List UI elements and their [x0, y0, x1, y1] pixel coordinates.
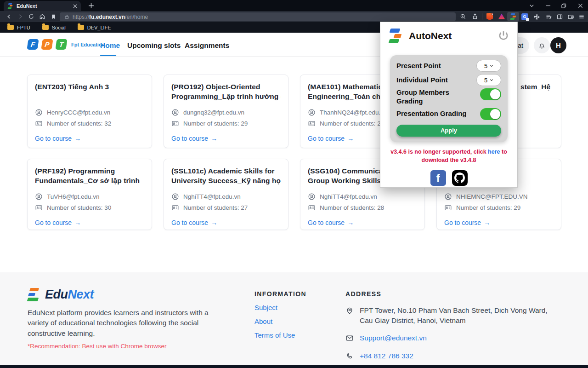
- footer-address-row: FPT Tower, No.10 Pham Van Bach Street, D…: [345, 305, 566, 326]
- brave-rewards-icon[interactable]: [497, 12, 506, 21]
- edunext-logo-icon: [28, 288, 41, 302]
- bookmark-sidebar-button[interactable]: [49, 12, 58, 21]
- tab-strip: EduNext: [0, 0, 588, 11]
- sidebar-icon[interactable]: [555, 12, 564, 21]
- fpt-logo-p: P: [41, 39, 53, 50]
- translate-extension-icon[interactable]: G: [520, 12, 529, 21]
- forward-button[interactable]: [16, 12, 25, 21]
- window-minimize-button[interactable]: [545, 2, 552, 9]
- go-to-course-link[interactable]: Go to course→: [35, 135, 81, 142]
- back-button[interactable]: [5, 12, 14, 21]
- nav-home-underline: [100, 55, 116, 56]
- chevron-down-icon: [490, 78, 493, 82]
- apply-button[interactable]: Apply: [396, 125, 501, 137]
- course-students: Number of students: 29: [171, 120, 281, 127]
- autonext-extension-icon[interactable]: [509, 12, 518, 21]
- extensions-puzzle-icon[interactable]: [532, 12, 541, 21]
- popup-social-row: f: [380, 170, 517, 186]
- presentation-grading-row: Presentation Grading: [396, 108, 501, 120]
- arrow-right-icon: →: [74, 219, 81, 226]
- user-avatar[interactable]: H: [550, 37, 566, 53]
- footer-link-subject[interactable]: Subject: [254, 304, 306, 311]
- new-tab-button[interactable]: [87, 2, 95, 9]
- wallet-icon[interactable]: [566, 12, 575, 21]
- present-point-select[interactable]: 5: [476, 60, 501, 72]
- window-restore-button[interactable]: [560, 2, 567, 9]
- footer-email-row: Support@edunext.vn: [345, 333, 566, 343]
- mail-icon: [345, 334, 354, 342]
- course-instructor: NHIEMNC@FPT.EDU.VN: [444, 193, 554, 201]
- go-to-course-link[interactable]: Go to course→: [35, 219, 81, 226]
- group-grading-toggle[interactable]: [480, 88, 501, 100]
- id-card-icon: [35, 120, 43, 127]
- course-students: Number of students: 28: [308, 204, 417, 212]
- github-icon[interactable]: [452, 170, 468, 186]
- tab-close-icon[interactable]: [73, 4, 77, 8]
- bookmark-folder-fptu[interactable]: FPTU: [7, 25, 30, 30]
- go-to-course-link[interactable]: Go to course→: [444, 219, 490, 226]
- person-icon: [171, 193, 179, 201]
- id-card-icon: [308, 120, 316, 127]
- nav-home[interactable]: Home: [100, 41, 120, 50]
- bookmark-folder-social[interactable]: Social: [42, 25, 66, 30]
- home-button[interactable]: [38, 12, 47, 21]
- browser-tab[interactable]: EduNext: [4, 1, 81, 11]
- toolbar-separator: [482, 13, 482, 20]
- go-to-course-link[interactable]: Go to course→: [171, 135, 217, 142]
- go-to-course-link[interactable]: Go to course→: [308, 135, 354, 142]
- footer-support-email-link[interactable]: Support@edunext.vn: [360, 333, 427, 343]
- course-instructor: NghiTT4@fpt.edu.vn: [171, 193, 281, 201]
- facebook-icon[interactable]: f: [430, 170, 446, 186]
- brave-shield-icon[interactable]: 1: [485, 12, 494, 21]
- url-bar[interactable]: https://fu.edunext.vn/en/home: [60, 12, 456, 21]
- reload-button[interactable]: [27, 12, 36, 21]
- popup-header: AutoNext: [380, 22, 517, 49]
- person-icon: [308, 109, 316, 116]
- download-here-link[interactable]: here: [488, 149, 500, 155]
- course-instructor: TuVH6@fpt.edu.vn: [35, 193, 144, 201]
- address-title: ADDRESS: [345, 290, 566, 298]
- bookmark-folder-devlife[interactable]: DEV_LIFE: [78, 25, 111, 30]
- person-icon: [444, 193, 452, 201]
- autonext-logo-icon: [388, 28, 403, 44]
- course-instructor: NghiTT4@fpt.edu.vn: [308, 193, 417, 201]
- popup-title: AutoNext: [409, 30, 452, 41]
- folder-icon: [7, 25, 14, 30]
- nav-assignments[interactable]: Assignments: [185, 41, 229, 50]
- version-notice: v3.4.6 is no longer supported, click her…: [387, 148, 511, 164]
- course-instructor: dungnq32@fpt.edu.vn: [171, 109, 281, 116]
- course-students: Number of students: 32: [35, 120, 144, 127]
- playlist-icon[interactable]: [544, 12, 553, 21]
- course-title: (ENT203) Tiếng Anh 3: [35, 82, 144, 105]
- footer-description: EduNext platform provides learners and i…: [28, 308, 211, 339]
- notifications-button[interactable]: [534, 37, 550, 53]
- fpt-logo[interactable]: F P T Fpt Education: [28, 39, 105, 50]
- window-close-button[interactable]: [577, 2, 584, 9]
- footer-recommendation: *Recommendation: Best use with Chrome br…: [28, 343, 211, 350]
- arrow-right-icon: →: [74, 135, 81, 142]
- tab-search-chevron-icon[interactable]: [528, 2, 535, 9]
- course-title: (SSL101c) Academic Skills forUniversity …: [171, 167, 281, 190]
- course-students: Number of students: 30: [35, 204, 144, 212]
- menu-hamburger-icon[interactable]: [577, 12, 586, 21]
- footer-phone-link[interactable]: +84 812 786 332: [360, 351, 413, 361]
- id-card-icon: [171, 204, 179, 212]
- presentation-grading-toggle[interactable]: [480, 108, 501, 120]
- screen: EduNext https://fu.edunext.vn/en/home 1 …: [0, 0, 588, 368]
- nav-upcoming-slots[interactable]: Upcoming slots: [127, 41, 181, 50]
- go-to-course-link[interactable]: Go to course→: [308, 219, 354, 226]
- group-grading-row: Group Members Grading: [396, 88, 501, 106]
- toggle-knob: [490, 89, 500, 99]
- share-button[interactable]: [470, 12, 480, 21]
- present-point-row: Present Point 5: [396, 60, 501, 72]
- footer-link-terms[interactable]: Terms of Use: [254, 331, 306, 339]
- go-to-course-link[interactable]: Go to course→: [171, 219, 217, 226]
- power-icon[interactable]: [497, 29, 510, 42]
- arrow-right-icon: →: [484, 219, 490, 226]
- zoom-page-icon[interactable]: [458, 12, 468, 21]
- footer-link-about[interactable]: About: [254, 317, 306, 325]
- fpt-logo-f: F: [27, 39, 39, 50]
- individual-point-select[interactable]: 5: [476, 74, 501, 86]
- url-text: https://fu.edunext.vn/en/home: [73, 14, 148, 20]
- individual-point-row: Individual Point 5: [396, 74, 501, 86]
